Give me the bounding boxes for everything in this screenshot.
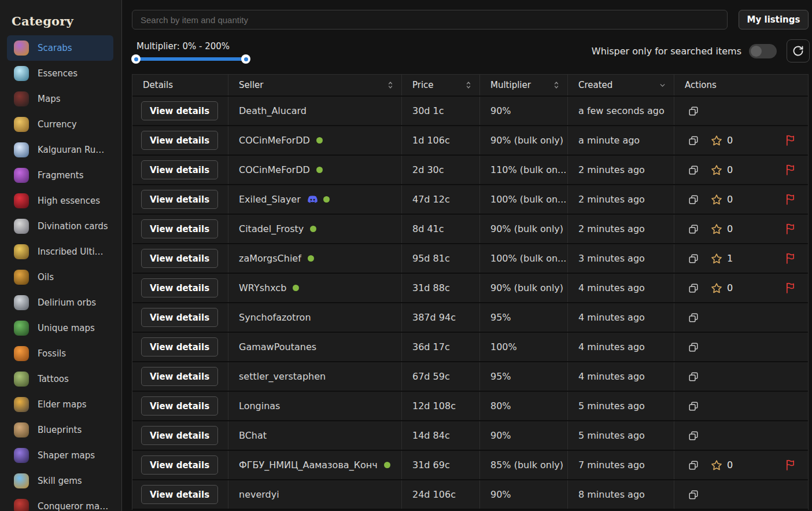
- details-cell: View details: [132, 362, 228, 391]
- view-details-button[interactable]: View details: [141, 131, 218, 150]
- copy-whisper-icon[interactable]: [688, 372, 699, 382]
- actions-cell: 0: [674, 156, 808, 184]
- report-flag-icon[interactable]: [785, 282, 795, 293]
- sidebar-item-high-essences[interactable]: High essences: [7, 188, 113, 214]
- seller-cell: COCinMeForDD: [228, 126, 402, 155]
- sidebar-item-delirium-orbs[interactable]: Delirium orbs: [7, 290, 113, 315]
- sidebar-item-currency[interactable]: Currency: [7, 112, 113, 137]
- sidebar-item-tattoos[interactable]: Tattoos: [7, 366, 113, 392]
- star-count: 1: [727, 253, 733, 264]
- sidebar-item-scarabs[interactable]: Scarabs: [7, 35, 113, 61]
- view-details-button[interactable]: View details: [141, 190, 218, 209]
- sidebar-item-label: High essences: [38, 196, 100, 206]
- sidebar-item-unique-maps[interactable]: Unique maps: [7, 315, 113, 341]
- copy-whisper-icon[interactable]: [688, 106, 699, 116]
- view-details-button[interactable]: View details: [141, 337, 218, 356]
- sidebar-item-conqueror-maps[interactable]: Conqueror maps: [7, 494, 113, 511]
- sidebar-item-elder-maps[interactable]: Elder maps: [7, 392, 113, 417]
- sidebar-item-shaper-maps[interactable]: Shaper maps: [7, 443, 113, 468]
- view-details-button[interactable]: View details: [141, 101, 218, 120]
- table-row: View detailszaMorgsChief95d 81c100% (bul…: [132, 244, 808, 274]
- view-details-button[interactable]: View details: [141, 455, 218, 475]
- star-rating-icon[interactable]: 0: [711, 282, 733, 294]
- copy-whisper-icon[interactable]: [688, 431, 699, 441]
- price-cell: 14d 84c: [402, 421, 480, 450]
- slider-handle-max[interactable]: [241, 54, 250, 64]
- sidebar-item-blueprints[interactable]: Blueprints: [7, 417, 113, 443]
- report-flag-icon[interactable]: [785, 164, 795, 175]
- multiplier-cell: 90%: [480, 421, 568, 450]
- sidebar-item-skill-gems[interactable]: Skill gems: [7, 468, 113, 494]
- multiplier-slider[interactable]: [132, 54, 250, 64]
- refresh-button[interactable]: [787, 39, 810, 63]
- search-input[interactable]: [132, 10, 728, 30]
- category-sidebar: Category ScarabsEssencesMapsCurrencyKalg…: [0, 0, 122, 511]
- actions-cell: 0: [674, 126, 808, 155]
- seller-name: Citadel_Frosty: [239, 223, 304, 234]
- column-header-seller[interactable]: Seller: [228, 75, 402, 95]
- high-essences-icon: [14, 193, 29, 208]
- sidebar-item-fragments[interactable]: Fragments: [7, 163, 113, 188]
- copy-whisper-icon[interactable]: [688, 194, 699, 205]
- star-rating-icon[interactable]: 0: [711, 223, 733, 235]
- copy-whisper-icon[interactable]: [688, 401, 699, 411]
- sidebar-item-kalguuran-runes[interactable]: Kalguuran Runes: [7, 137, 113, 163]
- details-cell: View details: [132, 333, 228, 361]
- sidebar-item-divination-cards[interactable]: Divination cards: [7, 214, 113, 239]
- copy-whisper-icon[interactable]: [688, 313, 699, 323]
- copy-whisper-icon[interactable]: [688, 224, 699, 234]
- report-flag-icon[interactable]: [785, 223, 795, 234]
- shaper-maps-icon: [14, 448, 29, 463]
- view-details-button[interactable]: View details: [141, 249, 218, 268]
- view-details-button[interactable]: View details: [141, 308, 218, 327]
- actions-cell: [674, 303, 808, 332]
- seller-name: ФГБУ_НМИЦ_Аамазова_Конч: [239, 459, 378, 470]
- currency-icon: [14, 117, 29, 132]
- sidebar-item-fossils[interactable]: Fossils: [7, 341, 113, 366]
- actions-cell: 0: [674, 451, 808, 479]
- slider-track[interactable]: [133, 57, 249, 61]
- star-rating-icon[interactable]: 0: [711, 459, 733, 471]
- my-listings-button[interactable]: My listings: [739, 10, 809, 30]
- seller-cell: zaMorgsChief: [228, 244, 402, 273]
- star-rating-icon[interactable]: 1: [711, 253, 733, 264]
- whisper-toggle-knob[interactable]: [751, 46, 762, 57]
- star-rating-icon[interactable]: 0: [711, 135, 733, 146]
- view-details-button[interactable]: View details: [141, 426, 218, 445]
- column-header-created[interactable]: Created: [568, 75, 674, 95]
- sidebar-item-inscribed-ultimatum[interactable]: Inscribed Ultim...: [7, 239, 113, 264]
- report-flag-icon[interactable]: [785, 459, 795, 470]
- view-details-button[interactable]: View details: [141, 219, 218, 238]
- report-flag-icon[interactable]: [785, 253, 795, 264]
- view-details-button[interactable]: View details: [141, 396, 218, 416]
- whisper-toggle[interactable]: [749, 44, 777, 58]
- star-rating-icon[interactable]: 0: [711, 164, 733, 176]
- star-rating-icon[interactable]: 0: [711, 194, 733, 205]
- copy-whisper-icon[interactable]: [688, 460, 699, 470]
- copy-whisper-icon[interactable]: [688, 253, 699, 264]
- price-cell: 12d 108c: [402, 392, 480, 420]
- view-details-button[interactable]: View details: [141, 278, 218, 297]
- online-status-dot: [316, 167, 323, 173]
- copy-whisper-icon[interactable]: [688, 490, 699, 500]
- view-details-button[interactable]: View details: [141, 160, 218, 179]
- copy-whisper-icon[interactable]: [688, 283, 699, 293]
- view-details-button[interactable]: View details: [141, 485, 218, 504]
- multiplier-cell: 90% (bulk only): [480, 274, 568, 302]
- column-header-price[interactable]: Price: [402, 75, 480, 95]
- fragments-icon: [14, 168, 29, 183]
- copy-whisper-icon[interactable]: [688, 342, 699, 352]
- sidebar-item-essences[interactable]: Essences: [7, 61, 113, 86]
- seller-cell: Citadel_Frosty: [228, 215, 402, 243]
- sidebar-item-oils[interactable]: Oils: [7, 264, 113, 290]
- report-flag-icon[interactable]: [785, 194, 795, 205]
- copy-whisper-icon[interactable]: [688, 135, 699, 146]
- seller-cell: settler_verstaphen: [228, 362, 402, 391]
- sidebar-item-maps[interactable]: Maps: [7, 86, 113, 112]
- column-header-multiplier[interactable]: Multiplier: [480, 75, 568, 95]
- slider-handle-min[interactable]: [131, 54, 141, 64]
- view-details-button[interactable]: View details: [141, 367, 218, 386]
- multiplier-range-label: Multiplier: 0% - 200%: [136, 41, 230, 52]
- report-flag-icon[interactable]: [785, 135, 795, 146]
- copy-whisper-icon[interactable]: [688, 165, 699, 175]
